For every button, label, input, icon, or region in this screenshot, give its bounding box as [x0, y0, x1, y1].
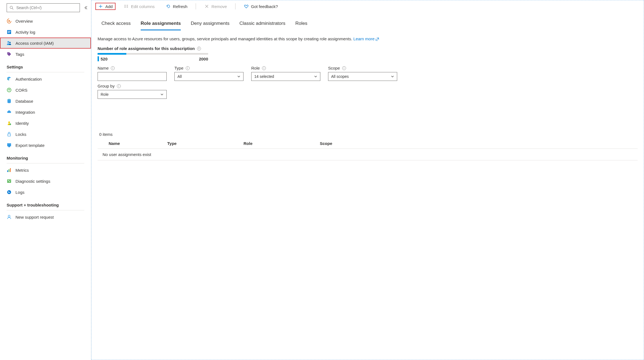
filter-type-select[interactable]: All — [174, 72, 244, 81]
sidebar-item-label: Export template — [15, 143, 44, 148]
items-count: 0 items — [98, 132, 638, 137]
sidebar-item-label: CORS — [15, 88, 27, 92]
tab-role-assignments[interactable]: Role assignments — [141, 19, 181, 30]
info-icon[interactable]: i — [262, 66, 266, 70]
table-header: Name Type Role Scope — [98, 139, 638, 149]
filter-role-label: Role — [251, 66, 260, 70]
tab-deny-assignments[interactable]: Deny assignments — [191, 19, 229, 30]
section-monitoring: Monitoring — [0, 151, 91, 162]
filter-groupby-select[interactable]: Role — [98, 90, 167, 99]
edit-columns-label: Edit columns — [131, 4, 155, 9]
svg-rect-23 — [9, 192, 10, 193]
svg-rect-29 — [127, 6, 128, 7]
col-scope[interactable]: Scope — [320, 141, 638, 146]
sidebar-item-database[interactable]: Database — [0, 96, 91, 107]
sidebar-item-label: Metrics — [15, 168, 29, 173]
remove-button[interactable]: Remove — [201, 3, 230, 10]
svg-point-2 — [8, 20, 10, 22]
refresh-button[interactable]: Refresh — [163, 3, 190, 10]
filter-groupby-label: Group by — [98, 84, 115, 88]
svg-point-13 — [8, 121, 10, 123]
chevron-down-icon — [314, 75, 317, 78]
info-icon[interactable]: i — [197, 47, 201, 51]
support-icon — [7, 215, 12, 219]
col-name[interactable]: Name — [98, 141, 167, 146]
counter-max: 2000 — [199, 57, 208, 61]
filter-scope-select[interactable]: All scopes — [328, 72, 397, 81]
sidebar-item-cors[interactable]: CORS — [0, 84, 91, 96]
search-icon — [10, 6, 14, 10]
tab-roles[interactable]: Roles — [295, 19, 307, 30]
svg-rect-18 — [9, 169, 9, 172]
sidebar: Overview Activity log Access control (IA… — [0, 0, 91, 360]
tab-check-access[interactable]: Check access — [101, 19, 131, 30]
refresh-label: Refresh — [173, 4, 188, 9]
info-icon[interactable]: i — [117, 84, 121, 88]
filter-name-input[interactable] — [98, 72, 167, 81]
columns-icon — [124, 4, 129, 9]
filter-role-select[interactable]: 14 selected — [251, 72, 320, 81]
remove-label: Remove — [211, 4, 227, 9]
tab-classic-admins[interactable]: Classic administrators — [239, 19, 285, 30]
divider — [7, 163, 84, 163]
section-support: Support + troubleshooting — [0, 198, 91, 209]
diagnostic-icon — [7, 179, 12, 184]
filter-type-label: Type — [174, 66, 184, 70]
feedback-button[interactable]: Got feedback? — [241, 3, 281, 10]
sidebar-item-metrics[interactable]: Metrics — [0, 165, 91, 176]
svg-rect-4 — [8, 31, 11, 31]
svg-rect-19 — [10, 168, 11, 172]
toolbar-separator — [196, 3, 196, 9]
svg-point-12 — [7, 99, 11, 100]
learn-more-link[interactable]: Learn more — [353, 36, 379, 41]
sidebar-item-authentication[interactable]: Authentication — [0, 73, 91, 84]
collapse-sidebar-button[interactable] — [84, 6, 88, 10]
export-template-icon — [7, 143, 12, 148]
divider — [7, 72, 84, 72]
sidebar-item-logs[interactable]: Logs — [0, 187, 91, 198]
sidebar-item-new-support-request[interactable]: New support request — [0, 211, 91, 223]
chevron-down-icon — [237, 75, 240, 78]
col-type[interactable]: Type — [167, 141, 244, 146]
sidebar-item-activity-log[interactable]: Activity log — [0, 27, 91, 38]
svg-point-8 — [9, 42, 11, 43]
main-content: Add Edit columns Refresh Remove Got feed… — [91, 0, 644, 360]
svg-rect-25 — [124, 5, 126, 6]
sidebar-item-label: New support request — [15, 215, 54, 219]
search-box[interactable] — [7, 3, 80, 12]
sidebar-item-export-template[interactable]: Export template — [0, 140, 91, 151]
filter-scope-label: Scope — [328, 66, 340, 70]
sidebar-item-label: Access control (IAM) — [15, 41, 54, 46]
sidebar-item-integration[interactable]: Integration — [0, 107, 91, 118]
progress-bar — [98, 53, 208, 55]
overview-icon — [7, 18, 12, 23]
svg-rect-27 — [124, 7, 126, 8]
svg-rect-28 — [127, 5, 128, 6]
sidebar-item-label: Diagnostic settings — [15, 179, 50, 184]
col-role[interactable]: Role — [244, 141, 320, 146]
edit-columns-button[interactable]: Edit columns — [121, 3, 158, 10]
locks-icon — [7, 132, 12, 137]
svg-point-21 — [7, 190, 11, 194]
metrics-icon — [7, 168, 12, 173]
sidebar-item-diagnostic-settings[interactable]: Diagnostic settings — [0, 176, 91, 187]
access-control-icon — [7, 41, 12, 46]
section-settings: Settings — [0, 60, 91, 71]
sidebar-item-identity[interactable]: Identity — [0, 118, 91, 129]
sidebar-item-tags[interactable]: Tags — [0, 49, 91, 60]
svg-rect-6 — [8, 33, 10, 33]
sidebar-item-locks[interactable]: Locks — [0, 129, 91, 140]
integration-icon — [7, 110, 12, 115]
info-icon[interactable]: i — [111, 66, 115, 70]
chevron-down-icon — [391, 75, 394, 78]
sidebar-item-access-control[interactable]: Access control (IAM) — [0, 38, 91, 49]
svg-line-1 — [12, 8, 13, 9]
svg-point-14 — [9, 123, 11, 125]
feedback-label: Got feedback? — [251, 4, 278, 9]
sidebar-item-overview[interactable]: Overview — [0, 15, 91, 27]
info-icon[interactable]: i — [186, 66, 190, 70]
add-button[interactable]: Add — [95, 3, 116, 10]
identity-icon — [7, 121, 12, 126]
info-icon[interactable]: i — [342, 66, 346, 70]
search-input[interactable] — [16, 6, 77, 10]
